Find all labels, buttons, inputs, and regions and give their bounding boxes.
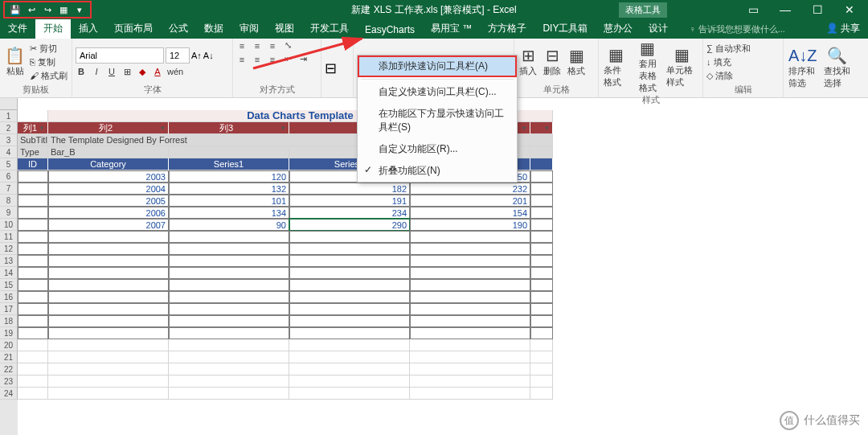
row-header[interactable]: 19	[0, 327, 18, 339]
tab-data[interactable]: 数据	[196, 18, 231, 39]
cell[interactable]	[48, 388, 169, 400]
cell[interactable]	[410, 351, 530, 363]
customize-qat-icon[interactable]: ▾	[72, 3, 87, 16]
orientation-icon[interactable]: ⤡	[282, 40, 293, 51]
cell[interactable]	[18, 183, 48, 195]
cell[interactable]	[48, 291, 169, 303]
row-header[interactable]: 3	[0, 134, 18, 146]
cell[interactable]: 132	[169, 183, 289, 195]
cell[interactable]	[530, 339, 553, 351]
cell[interactable]	[410, 375, 530, 388]
cell[interactable]	[169, 146, 289, 158]
cell[interactable]	[18, 267, 48, 279]
copy-button[interactable]: ⎘ 复制	[30, 56, 68, 68]
cell[interactable]	[530, 195, 553, 207]
close-icon[interactable]: ✕	[837, 3, 862, 16]
cell[interactable]	[18, 279, 48, 291]
sort-filter-button[interactable]: A↓Z排序和筛选	[787, 47, 819, 89]
cell[interactable]: 190	[410, 219, 530, 231]
cell[interactable]: Series1	[169, 158, 289, 170]
cell[interactable]: Category	[48, 158, 169, 170]
cell[interactable]	[169, 279, 289, 291]
tab-insert[interactable]: 插入	[71, 18, 106, 39]
cell[interactable]	[530, 363, 553, 375]
cell[interactable]	[289, 255, 410, 267]
tab-home[interactable]: 开始	[35, 18, 71, 39]
cell[interactable]	[530, 243, 553, 255]
insert-cells-button[interactable]: ⊞插入	[518, 47, 538, 77]
tab-layout[interactable]: 页面布局	[106, 18, 161, 39]
cell[interactable]	[18, 219, 48, 231]
cell[interactable]	[289, 267, 410, 279]
cell[interactable]	[289, 363, 410, 375]
row-header[interactable]: 1	[0, 110, 18, 122]
col-header-1[interactable]: 列1▾	[18, 122, 48, 134]
row-header[interactable]: 18	[0, 315, 18, 327]
cell[interactable]	[289, 315, 410, 327]
cell[interactable]: 182	[289, 183, 410, 195]
cell[interactable]: 232	[410, 183, 530, 195]
cell[interactable]	[18, 315, 48, 327]
indent-inc-icon[interactable]: ⇥	[297, 54, 309, 64]
cell[interactable]: Type	[18, 146, 48, 158]
cell[interactable]	[410, 363, 530, 375]
cell[interactable]	[169, 243, 289, 255]
row-header[interactable]: 4	[0, 146, 18, 158]
save-icon[interactable]: 💾	[8, 3, 23, 16]
cell[interactable]	[18, 255, 48, 267]
underline-button[interactable]: U	[106, 67, 117, 76]
cell[interactable]	[18, 339, 48, 351]
cell[interactable]	[48, 351, 169, 363]
row-header[interactable]: 22	[0, 363, 18, 375]
cell[interactable]: 201	[410, 195, 530, 207]
cell[interactable]	[48, 327, 169, 339]
cell[interactable]	[48, 315, 169, 327]
cell[interactable]	[530, 279, 553, 291]
grid-icon[interactable]: ▦	[56, 3, 71, 16]
tell-me-search[interactable]: ♀ 告诉我您想要做什么...	[686, 20, 788, 39]
row-header[interactable]: 16	[0, 291, 18, 303]
undo-icon[interactable]: ↩	[24, 3, 39, 16]
cell[interactable]	[48, 339, 169, 351]
increase-font-icon[interactable]: A↑	[191, 51, 202, 60]
cell[interactable]	[530, 219, 553, 231]
cell[interactable]	[410, 315, 530, 327]
font-size-input[interactable]	[166, 47, 190, 64]
cell[interactable]	[18, 291, 48, 303]
cell[interactable]	[18, 195, 48, 207]
cell[interactable]	[410, 279, 530, 291]
cell[interactable]: 120	[169, 170, 289, 183]
row-header[interactable]: 23	[0, 375, 18, 388]
tab-dev[interactable]: 开发工具	[302, 18, 357, 39]
row-header[interactable]: 20	[0, 339, 18, 351]
row-header[interactable]: 2	[0, 122, 18, 134]
cell[interactable]	[289, 327, 410, 339]
cell[interactable]	[289, 243, 410, 255]
row-header[interactable]: 24	[0, 388, 18, 400]
cell[interactable]	[48, 255, 169, 267]
tab-hbg[interactable]: 慧办公	[596, 18, 641, 39]
cell[interactable]: SubTitle	[18, 134, 48, 146]
cell[interactable]	[289, 375, 410, 388]
cell[interactable]	[410, 291, 530, 303]
indent-dec-icon[interactable]: ⇤	[282, 54, 293, 64]
row-header[interactable]: 10	[0, 219, 18, 231]
cell[interactable]	[169, 388, 289, 400]
cell[interactable]	[410, 255, 530, 267]
paste-button[interactable]: 📋粘贴	[3, 47, 27, 77]
find-select-button[interactable]: 🔍查找和选择	[822, 47, 853, 89]
row-header[interactable]: 8	[0, 195, 18, 207]
cell[interactable]: 2005	[48, 195, 169, 207]
cell[interactable]	[48, 363, 169, 375]
cell[interactable]: 191	[289, 195, 410, 207]
clear-button[interactable]: ◇ 清除	[706, 70, 751, 82]
cell[interactable]	[530, 351, 553, 363]
cell[interactable]	[530, 158, 553, 170]
font-name-input[interactable]	[76, 47, 164, 64]
col-header-3[interactable]: 列3▾	[169, 122, 289, 134]
row-header[interactable]: 6	[0, 170, 18, 183]
cell[interactable]	[18, 351, 48, 363]
align-top-icon[interactable]: ≡	[236, 41, 248, 51]
cell[interactable]	[530, 255, 553, 267]
cell[interactable]	[530, 303, 553, 315]
